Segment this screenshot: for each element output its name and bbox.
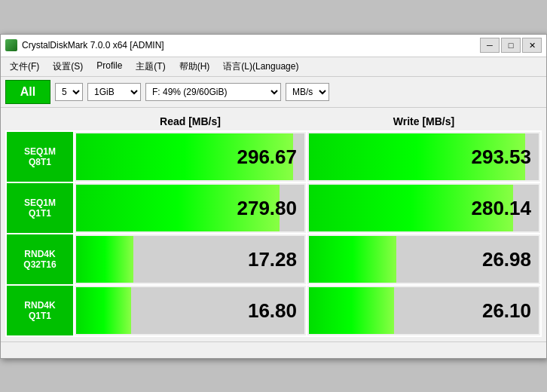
read-value-0: 296.67 bbox=[237, 145, 297, 168]
menu-item-theme[interactable]: 主题(T) bbox=[130, 59, 171, 75]
menu-item-help[interactable]: 帮助(H) bbox=[173, 59, 216, 75]
close-button[interactable]: ✕ bbox=[522, 38, 542, 53]
main-window: CrystalDiskMark 7.0.0 x64 [ADMIN] ─ □ ✕ … bbox=[0, 34, 547, 359]
write-cell-1: 280.14 bbox=[307, 182, 541, 234]
read-bar-fill-3 bbox=[76, 287, 131, 334]
read-value-1: 279.80 bbox=[237, 196, 297, 219]
title-bar: CrystalDiskMark 7.0.0 x64 [ADMIN] ─ □ ✕ bbox=[1, 35, 546, 57]
col-header-read: Read [MB/s] bbox=[74, 112, 307, 131]
size-select[interactable]: 1GiB 512MiB bbox=[87, 83, 141, 101]
write-bar-3: 26.10 bbox=[309, 287, 539, 334]
window-title: CrystalDiskMark 7.0.0 x64 [ADMIN] bbox=[22, 40, 480, 51]
count-select[interactable]: 5 1 3 bbox=[55, 83, 83, 101]
menu-bar: 文件(F)设置(S)Profile主题(T)帮助(H)语言(L)(Languag… bbox=[1, 57, 546, 77]
benchmark-table: Read [MB/s] Write [MB/s] SEQ1MQ8T1 296.6… bbox=[5, 112, 542, 337]
maximize-button[interactable]: □ bbox=[501, 38, 521, 53]
col-header-label bbox=[6, 112, 74, 131]
row-label-0: SEQ1MQ8T1 bbox=[6, 131, 74, 182]
write-value-2: 26.98 bbox=[482, 247, 531, 271]
unit-select[interactable]: MB/s GB/s bbox=[286, 83, 329, 101]
row-label-2: RND4KQ32T16 bbox=[6, 234, 74, 285]
row-label-3: RND4KQ1T1 bbox=[6, 285, 74, 336]
read-cell-0: 296.67 bbox=[74, 131, 307, 182]
write-cell-2: 26.98 bbox=[307, 234, 541, 285]
read-bar-0: 296.67 bbox=[76, 133, 304, 180]
col-header-write: Write [MB/s] bbox=[307, 112, 541, 131]
table-row: RND4KQ1T1 16.80 26.10 bbox=[6, 285, 541, 336]
menu-item-profile[interactable]: Profile bbox=[90, 59, 128, 75]
menu-item-language[interactable]: 语言(L)(Language) bbox=[217, 59, 304, 75]
read-bar-3: 16.80 bbox=[76, 287, 304, 334]
write-bar-2: 26.98 bbox=[309, 236, 539, 283]
read-value-3: 16.80 bbox=[248, 299, 297, 322]
write-value-0: 293.53 bbox=[471, 145, 531, 168]
read-value-2: 17.28 bbox=[248, 247, 297, 271]
menu-item-settings[interactable]: 设置(S) bbox=[47, 59, 89, 75]
write-cell-0: 293.53 bbox=[307, 131, 541, 182]
table-row: SEQ1MQ1T1 279.80 280.14 bbox=[6, 182, 541, 234]
read-cell-3: 16.80 bbox=[74, 285, 307, 336]
menu-item-file[interactable]: 文件(F) bbox=[4, 59, 45, 75]
read-cell-1: 279.80 bbox=[74, 182, 307, 234]
write-cell-3: 26.10 bbox=[307, 285, 541, 336]
write-value-1: 280.14 bbox=[471, 196, 531, 219]
content-area: Read [MB/s] Write [MB/s] SEQ1MQ8T1 296.6… bbox=[1, 108, 546, 341]
table-row: SEQ1MQ8T1 296.67 293.53 bbox=[6, 131, 541, 182]
toolbar: All 5 1 3 1GiB 512MiB F: 49% (29/60GiB) … bbox=[1, 77, 546, 108]
all-button[interactable]: All bbox=[5, 80, 50, 104]
app-icon bbox=[5, 39, 17, 51]
write-value-3: 26.10 bbox=[482, 299, 531, 322]
read-bar-2: 17.28 bbox=[76, 236, 304, 283]
drive-select[interactable]: F: 49% (29/60GiB) bbox=[145, 83, 281, 101]
window-controls: ─ □ ✕ bbox=[480, 38, 542, 53]
write-bar-1: 280.14 bbox=[309, 185, 539, 231]
write-bar-fill-3 bbox=[309, 287, 394, 334]
read-bar-fill-2 bbox=[76, 236, 133, 283]
status-bar bbox=[1, 341, 546, 358]
write-bar-0: 293.53 bbox=[309, 133, 539, 180]
minimize-button[interactable]: ─ bbox=[480, 38, 500, 53]
row-label-1: SEQ1MQ1T1 bbox=[6, 182, 74, 234]
read-bar-1: 279.80 bbox=[76, 185, 304, 231]
write-bar-fill-2 bbox=[309, 236, 396, 283]
read-cell-2: 17.28 bbox=[74, 234, 307, 285]
table-row: RND4KQ32T16 17.28 26.98 bbox=[6, 234, 541, 285]
